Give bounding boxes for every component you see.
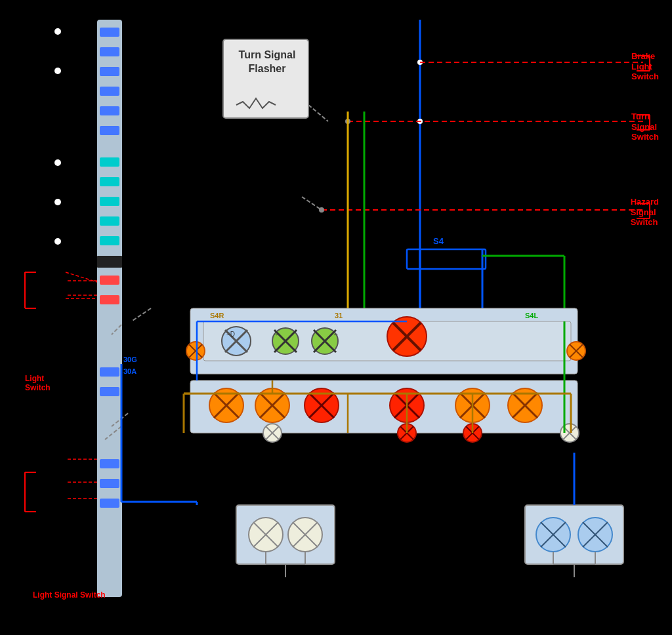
s4r-label: S4R	[210, 312, 224, 319]
31-label-top: 31	[335, 312, 343, 319]
svg-point-20	[54, 28, 61, 35]
svg-text:=D: =D	[226, 331, 235, 338]
s4-label: S4	[433, 236, 444, 246]
svg-point-23	[54, 199, 61, 205]
svg-rect-2	[100, 47, 119, 56]
svg-point-21	[54, 68, 61, 74]
svg-text:30A: 30A	[123, 367, 136, 375]
svg-rect-1	[100, 28, 119, 37]
svg-rect-6	[100, 126, 119, 135]
svg-rect-3	[100, 67, 119, 76]
svg-point-24	[54, 238, 61, 245]
s4l-label: S4L	[525, 312, 538, 319]
svg-text:30G: 30G	[123, 356, 137, 363]
svg-rect-15	[100, 367, 119, 377]
light-signal-switch-label: Light Signal Switch	[33, 590, 106, 600]
svg-rect-17	[100, 459, 119, 468]
svg-rect-9	[100, 197, 119, 206]
svg-rect-7	[100, 157, 119, 167]
svg-rect-11	[100, 236, 119, 245]
svg-rect-13	[100, 276, 119, 285]
turn-signal-flasher-label: Turn Signal Flasher	[234, 49, 301, 76]
svg-rect-19	[100, 499, 119, 508]
svg-rect-14	[100, 295, 119, 304]
turn-signal-switch-label: TurnSignalSwitch	[631, 112, 659, 142]
svg-rect-8	[100, 177, 119, 186]
brake-light-switch-label: BrakeLightSwitch	[631, 51, 659, 82]
svg-rect-4	[100, 87, 119, 96]
svg-text:→: →	[272, 331, 279, 338]
svg-rect-18	[100, 479, 119, 488]
hazard-signal-switch-label: HazardSignalSwitch	[631, 197, 659, 228]
svg-rect-5	[100, 106, 119, 115]
svg-rect-12	[97, 256, 122, 268]
wiring-diagram: S4 S31 S31 S4R S4L 31 =D	[0, 0, 672, 635]
svg-text:←: ←	[333, 331, 339, 338]
light-switch-label: LightSwitch	[25, 374, 51, 393]
svg-point-22	[54, 159, 61, 166]
svg-rect-16	[100, 387, 119, 396]
svg-rect-10	[100, 216, 119, 226]
